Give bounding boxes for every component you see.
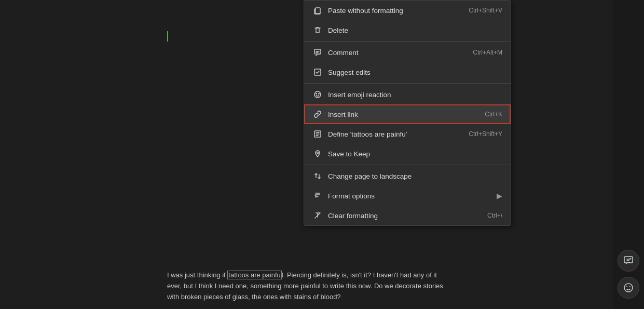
suggest-edits-item[interactable]: Suggest edits xyxy=(304,62,511,82)
add-comment-button[interactable] xyxy=(618,250,639,272)
landscape-icon xyxy=(312,171,323,181)
right-panel xyxy=(613,0,644,309)
document-background xyxy=(0,0,301,309)
format-icon: Tr xyxy=(312,191,323,201)
divider-1 xyxy=(304,41,511,42)
paste-no-format-item[interactable]: Paste without formatting Ctrl+Shift+V xyxy=(304,1,511,20)
format-options-item[interactable]: Tr Format options ▶ xyxy=(304,186,511,206)
define-item[interactable]: Define 'tattoos are painfu' Ctrl+Shift+Y xyxy=(304,124,511,144)
svg-point-5 xyxy=(314,91,321,98)
insert-emoji-label: Insert emoji reaction xyxy=(328,91,502,99)
change-landscape-item[interactable]: Change page to landscape xyxy=(304,166,511,186)
svg-point-6 xyxy=(316,93,317,95)
format-options-arrow: ▶ xyxy=(497,192,502,200)
delete-item[interactable]: Delete xyxy=(304,20,511,40)
comment-icon xyxy=(312,47,323,58)
clear-icon xyxy=(312,210,323,221)
emoji-icon xyxy=(312,89,323,100)
delete-label: Delete xyxy=(328,26,502,34)
paste-no-format-label: Paste without formatting xyxy=(328,7,458,15)
comment-shortcut: Ctrl+Alt+M xyxy=(473,49,502,56)
clear-formatting-item[interactable]: Clear formatting Ctrl+\ xyxy=(304,206,511,225)
clear-formatting-label: Clear formatting xyxy=(328,212,477,220)
clear-formatting-shortcut: Ctrl+\ xyxy=(487,212,502,219)
svg-point-12 xyxy=(317,152,319,154)
link-icon xyxy=(312,109,323,119)
svg-point-20 xyxy=(624,284,633,292)
paste-icon xyxy=(312,5,323,16)
suggest-edits-label: Suggest edits xyxy=(328,69,502,76)
comment-item[interactable]: Comment Ctrl+Alt+M xyxy=(304,43,511,62)
svg-point-21 xyxy=(626,286,627,287)
insert-emoji-item[interactable]: Insert emoji reaction xyxy=(304,85,511,104)
document-text: I was just thinking if tattoos are painf… xyxy=(167,270,608,302)
save-keep-label: Save to Keep xyxy=(328,150,502,158)
change-landscape-label: Change page to landscape xyxy=(328,172,502,180)
suggest-icon xyxy=(312,67,323,77)
comment-label: Comment xyxy=(328,49,462,57)
divider-3 xyxy=(304,165,511,165)
svg-rect-15 xyxy=(624,257,633,263)
emoji-panel-button[interactable] xyxy=(618,277,639,299)
svg-text:Tr: Tr xyxy=(314,195,318,198)
text-cursor xyxy=(167,31,168,42)
insert-link-shortcut: Ctrl+K xyxy=(485,111,502,118)
divider-2 xyxy=(304,83,511,84)
define-icon xyxy=(312,129,323,139)
define-label: Define 'tattoos are painfu' xyxy=(328,130,458,138)
insert-link-item[interactable]: Insert link Ctrl+K xyxy=(304,104,511,124)
svg-rect-0 xyxy=(316,8,320,14)
selected-text: tattoos are painfu xyxy=(227,271,281,279)
trash-icon xyxy=(312,25,323,35)
svg-point-22 xyxy=(629,286,631,287)
insert-link-label: Insert link xyxy=(328,111,474,118)
define-shortcut: Ctrl+Shift+Y xyxy=(469,130,502,138)
format-options-label: Format options xyxy=(328,192,491,200)
keep-icon xyxy=(312,149,323,159)
context-menu: Paste without formatting Ctrl+Shift+V De… xyxy=(304,0,511,226)
paste-no-format-shortcut: Ctrl+Shift+V xyxy=(469,7,502,14)
svg-point-7 xyxy=(319,93,320,95)
save-keep-item[interactable]: Save to Keep xyxy=(304,144,511,164)
document-text-content: l. Piercing definitely is, isn't it? I h… xyxy=(167,271,443,301)
